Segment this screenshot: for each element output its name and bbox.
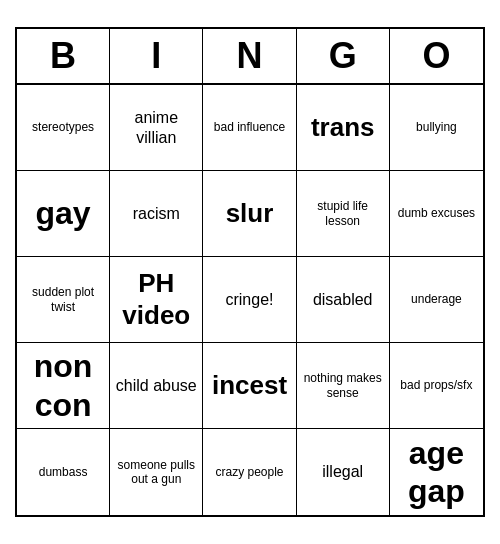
bingo-header: BINGO <box>17 29 483 85</box>
bingo-cell: sudden plot twist <box>17 257 110 343</box>
bingo-cell: someone pulls out a gun <box>110 429 203 515</box>
cell-text: stupid life lesson <box>301 199 385 228</box>
cell-text: stereotypes <box>32 120 94 134</box>
cell-text: anime villian <box>114 108 198 146</box>
bingo-cell: dumb excuses <box>390 171 483 257</box>
bingo-card: BINGO stereotypesanime villianbad influe… <box>15 27 485 517</box>
cell-text: sudden plot twist <box>21 285 105 314</box>
cell-text: underage <box>411 292 462 306</box>
bingo-cell: age gap <box>390 429 483 515</box>
bingo-cell: slur <box>203 171 296 257</box>
bingo-letter: G <box>297 29 390 83</box>
bingo-cell: racism <box>110 171 203 257</box>
cell-text: age gap <box>394 434 479 511</box>
bingo-letter: N <box>203 29 296 83</box>
cell-text: child abuse <box>116 376 197 395</box>
cell-text: non con <box>21 347 105 424</box>
cell-text: bad props/sfx <box>400 378 472 392</box>
bingo-cell: crazy people <box>203 429 296 515</box>
bingo-cell: PH video <box>110 257 203 343</box>
cell-text: nothing makes sense <box>301 371 385 400</box>
bingo-cell: trans <box>297 85 390 171</box>
cell-text: bad influence <box>214 120 285 134</box>
bingo-letter: B <box>17 29 110 83</box>
bingo-cell: underage <box>390 257 483 343</box>
bingo-cell: bad props/sfx <box>390 343 483 429</box>
cell-text: racism <box>133 204 180 223</box>
bingo-cell: dumbass <box>17 429 110 515</box>
bingo-cell: stupid life lesson <box>297 171 390 257</box>
bingo-cell: incest <box>203 343 296 429</box>
bingo-grid: stereotypesanime villianbad influencetra… <box>17 85 483 515</box>
bingo-cell: illegal <box>297 429 390 515</box>
bingo-cell: child abuse <box>110 343 203 429</box>
cell-text: crazy people <box>215 465 283 479</box>
bingo-cell: anime villian <box>110 85 203 171</box>
cell-text: PH video <box>114 268 198 330</box>
cell-text: incest <box>212 370 287 401</box>
cell-text: bullying <box>416 120 457 134</box>
bingo-cell: nothing makes sense <box>297 343 390 429</box>
cell-text: dumb excuses <box>398 206 475 220</box>
bingo-cell: disabled <box>297 257 390 343</box>
cell-text: illegal <box>322 462 363 481</box>
cell-text: disabled <box>313 290 373 309</box>
bingo-cell: non con <box>17 343 110 429</box>
bingo-cell: gay <box>17 171 110 257</box>
bingo-cell: bad influence <box>203 85 296 171</box>
cell-text: dumbass <box>39 465 88 479</box>
cell-text: someone pulls out a gun <box>114 458 198 487</box>
bingo-letter: I <box>110 29 203 83</box>
bingo-letter: O <box>390 29 483 83</box>
cell-text: gay <box>36 194 91 232</box>
cell-text: slur <box>226 198 274 229</box>
bingo-cell: bullying <box>390 85 483 171</box>
cell-text: trans <box>311 112 375 143</box>
bingo-cell: cringe! <box>203 257 296 343</box>
bingo-cell: stereotypes <box>17 85 110 171</box>
cell-text: cringe! <box>225 290 273 309</box>
